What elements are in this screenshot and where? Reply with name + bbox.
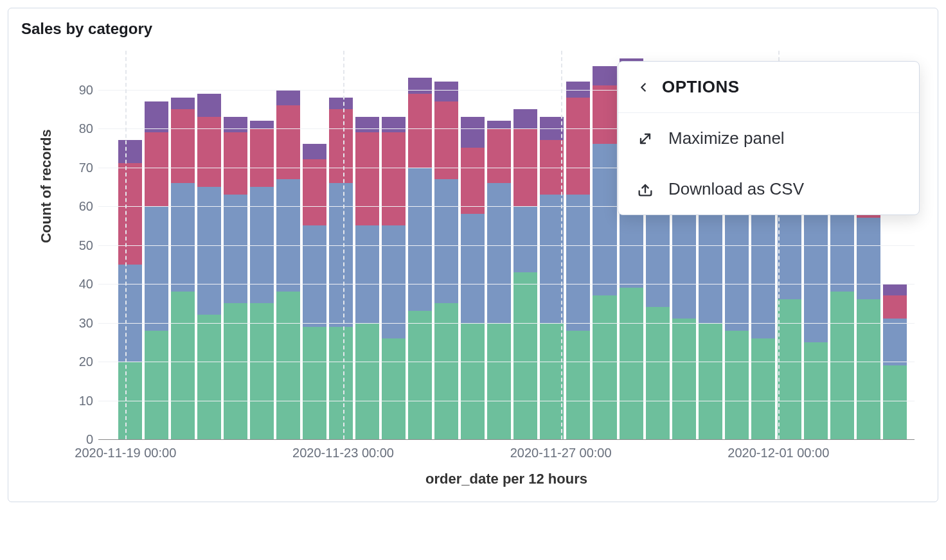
bar-segment-pink	[197, 117, 221, 187]
bar[interactable]	[170, 98, 196, 439]
bar[interactable]	[301, 144, 328, 439]
bar-segment-purple	[883, 284, 907, 295]
bar-segment-green	[434, 303, 458, 439]
bar-segment-green	[566, 331, 590, 439]
x-tick-label: 2020-11-27 00:00	[510, 439, 612, 460]
bar[interactable]	[380, 117, 407, 439]
bar-segment-pink	[461, 148, 485, 214]
y-tick-label: 70	[79, 160, 98, 175]
y-tick-label: 30	[79, 315, 98, 330]
bar-segment-blue	[171, 183, 195, 292]
y-tick-label: 50	[79, 238, 98, 252]
bar-segment-purple	[171, 98, 195, 109]
bar-segment-green	[883, 365, 907, 439]
bar[interactable]	[328, 98, 354, 439]
y-tick-label: 90	[79, 82, 98, 97]
bar-segment-pink	[118, 163, 142, 264]
bar-segment-green	[725, 331, 749, 439]
bar-segment-green	[303, 327, 326, 439]
y-axis-label: Count of records	[38, 129, 55, 243]
bar-segment-green	[171, 292, 195, 439]
bar-segment-blue	[699, 202, 722, 323]
x-tick-label: 2020-11-19 00:00	[75, 439, 176, 460]
download-icon	[636, 180, 654, 198]
bar[interactable]	[486, 121, 512, 439]
vertical-gridline	[125, 51, 127, 439]
bar[interactable]	[354, 117, 380, 439]
bar-segment-purple	[145, 101, 168, 132]
bar-segment-green	[250, 303, 274, 439]
bar[interactable]	[275, 90, 301, 439]
bar-segment-blue	[461, 214, 485, 322]
y-tick-label: 80	[79, 121, 98, 136]
bar[interactable]	[143, 101, 170, 439]
bar-segment-blue	[303, 225, 326, 326]
bar-segment-pink	[250, 128, 274, 187]
bar-segment-green	[751, 338, 775, 439]
maximize-panel-label: Maximize panel	[668, 128, 785, 148]
bar-segment-blue	[276, 179, 300, 292]
download-csv-item[interactable]: Download as CSV	[618, 164, 919, 214]
bar-segment-purple	[329, 98, 353, 109]
bar-segment-purple	[487, 121, 511, 128]
bar-segment-green	[513, 272, 537, 439]
bar-segment-pink	[487, 128, 511, 183]
bar-segment-green	[355, 323, 379, 440]
y-tick-label: 60	[79, 199, 98, 214]
bar-segment-green	[857, 299, 880, 439]
bar-segment-green	[804, 342, 828, 439]
bar-segment-purple	[118, 140, 142, 163]
bar-segment-purple	[197, 94, 221, 117]
download-csv-label: Download as CSV	[668, 179, 804, 199]
bar-segment-blue	[408, 168, 432, 311]
svg-line-0	[641, 134, 650, 143]
bar-segment-blue	[646, 210, 670, 307]
options-back-button[interactable]: OPTIONS	[618, 62, 919, 113]
bar-segment-green	[487, 323, 511, 440]
bar-segment-blue	[725, 202, 749, 331]
gridline	[98, 362, 915, 362]
bar[interactable]	[512, 109, 539, 439]
bar-segment-purple	[303, 144, 326, 159]
bar-segment-green	[830, 292, 854, 439]
bar-segment-purple	[434, 82, 458, 101]
bar-segment-green	[145, 331, 168, 439]
options-header-label: OPTIONS	[662, 77, 740, 97]
bar[interactable]	[117, 140, 143, 439]
bar-segment-green	[646, 307, 670, 439]
bar-segment-green	[408, 311, 432, 439]
bar-segment-green	[197, 315, 221, 439]
bar[interactable]	[222, 117, 249, 439]
bar[interactable]	[591, 66, 618, 439]
x-tick-label: 2020-11-23 00:00	[292, 439, 394, 460]
bar[interactable]	[407, 78, 433, 439]
bar-segment-pink	[355, 132, 379, 225]
bar[interactable]	[565, 82, 591, 439]
bar-segment-green	[461, 323, 485, 440]
bar-segment-pink	[171, 109, 195, 183]
bar-segment-green	[224, 303, 247, 439]
bar-segment-blue	[224, 195, 247, 303]
x-tick-label: 2020-12-01 00:00	[727, 439, 829, 460]
bar[interactable]	[460, 117, 486, 439]
y-tick-label: 10	[79, 393, 98, 408]
bar[interactable]	[196, 94, 222, 439]
bar-segment-green	[593, 295, 616, 439]
y-tick-label: 20	[79, 354, 98, 369]
bar-segment-pink	[145, 132, 168, 206]
chart-panel: Sales by category Count of records 01020…	[8, 8, 938, 502]
bar-segment-green	[699, 323, 722, 440]
bar-segment-green	[778, 299, 801, 439]
bar-segment-purple	[355, 117, 379, 132]
bar-segment-purple	[513, 109, 537, 128]
maximize-panel-item[interactable]: Maximize panel	[618, 113, 919, 164]
panel-title: Sales by category	[21, 20, 925, 38]
bar[interactable]	[433, 82, 460, 439]
bar-segment-green	[329, 327, 353, 439]
bar-segment-purple	[250, 121, 274, 128]
bar[interactable]	[249, 121, 275, 439]
bar-segment-blue	[434, 179, 458, 304]
bar-segment-purple	[461, 117, 485, 148]
x-axis-label: order_date per 12 hours	[98, 471, 915, 487]
vertical-gridline	[343, 51, 344, 439]
